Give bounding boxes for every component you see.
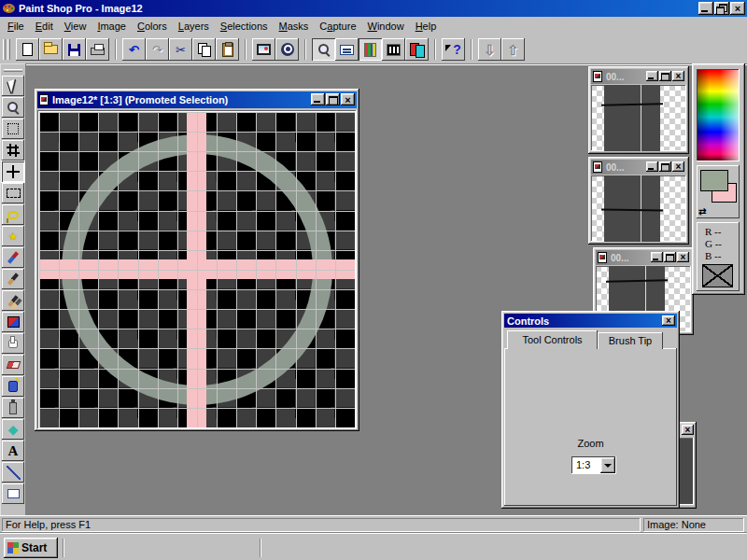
thumbnail-2-canvas[interactable] — [591, 175, 686, 242]
open-button[interactable] — [39, 38, 63, 61]
toolbar-grip[interactable] — [7, 39, 10, 60]
crop-tool[interactable] — [2, 140, 24, 161]
vertical-guide-line — [641, 85, 641, 151]
menu-masks[interactable]: Masks — [274, 19, 315, 34]
flood-fill-tool[interactable]: ◆ — [2, 419, 24, 440]
print-button[interactable] — [86, 38, 109, 61]
controls-close-button[interactable]: × — [662, 315, 675, 326]
foreground-color-swatch[interactable] — [700, 170, 728, 191]
magnifier-icon — [6, 100, 21, 115]
rgb-g-value: G -- — [705, 238, 722, 249]
menu-edit[interactable]: Edit — [30, 19, 59, 34]
thumbnail-1-title: 00... — [606, 72, 624, 82]
color-bars-icon — [364, 43, 376, 57]
thumbnail-3-maximize-button[interactable] — [664, 252, 676, 262]
mover-tool[interactable] — [2, 161, 24, 182]
menu-layers[interactable]: Layers — [173, 19, 215, 34]
thumbnail-3-titlebar[interactable]: 00... × — [596, 250, 691, 265]
zoom-dropdown-button[interactable] — [600, 457, 615, 473]
hidden-window-close-button[interactable]: × — [682, 425, 694, 435]
tool-controls-panel: Zoom 1:3 — [504, 348, 677, 506]
menu-selections[interactable]: Selections — [215, 19, 274, 34]
palette-grip[interactable] — [4, 69, 22, 72]
app-restore-button[interactable] — [714, 2, 729, 15]
thumbnail-2-minimize-button[interactable] — [646, 161, 658, 172]
image-maximize-button[interactable] — [326, 93, 340, 105]
paste-button[interactable] — [216, 38, 239, 61]
toolbar-toggle-button[interactable] — [359, 38, 382, 61]
image-canvas[interactable] — [39, 112, 355, 427]
context-help-button[interactable]: ? — [442, 38, 465, 61]
zoom-combobox[interactable]: 1:3 — [571, 456, 616, 474]
image-window-titlebar[interactable]: Image12* [1:3] (Promoted Selection) × — [37, 91, 357, 108]
menu-window[interactable]: Window — [362, 19, 410, 34]
shape-tool[interactable] — [2, 483, 24, 504]
picture-tube-tool[interactable] — [2, 376, 24, 397]
arrow-up-button[interactable]: ⇧ — [501, 38, 525, 61]
app-close-button[interactable]: × — [730, 2, 745, 15]
magic-wand-icon: ★ — [8, 231, 18, 242]
app-minimize-button[interactable] — [698, 2, 713, 15]
menu-view[interactable]: View — [59, 19, 92, 34]
color-spectrum[interactable] — [697, 69, 740, 161]
thumbnail-1-minimize-button[interactable] — [646, 71, 658, 81]
color-replacer-tool[interactable] — [2, 312, 24, 332]
copy-button[interactable] — [192, 38, 216, 61]
zoom-button[interactable] — [312, 38, 335, 61]
dropper-tool[interactable] — [2, 247, 24, 268]
cut-button[interactable]: ✂ — [169, 38, 192, 61]
selection-tool[interactable] — [2, 183, 24, 203]
rgb-b-value: B -- — [705, 250, 721, 261]
thumbnail-1-canvas[interactable] — [591, 85, 686, 151]
menu-image[interactable]: Image — [92, 19, 132, 34]
menu-capture[interactable]: Capture — [314, 19, 361, 34]
deformation-tool[interactable] — [2, 119, 24, 139]
image-minimize-button[interactable] — [311, 93, 325, 105]
swap-colors-icon[interactable]: ⇄ — [698, 206, 706, 217]
menu-help[interactable]: Help — [410, 19, 443, 34]
start-button[interactable]: Start — [4, 538, 58, 558]
redo-button[interactable]: ↷ — [146, 38, 169, 61]
thumbnail-2-titlebar[interactable]: 00... × — [591, 160, 686, 175]
thumbnail-3-minimize-button[interactable] — [651, 252, 663, 262]
thumbnail-window-2: 00... × — [588, 157, 689, 245]
undo-button[interactable]: ↶ — [122, 38, 146, 61]
toolbar-separator — [434, 39, 436, 60]
fullscreen-preview-button[interactable] — [252, 38, 275, 61]
toolbar-grip[interactable] — [3, 39, 6, 60]
normal-viewing-button[interactable] — [335, 38, 359, 61]
histogram-button[interactable] — [382, 38, 405, 61]
thumbnail-2-maximize-button[interactable] — [659, 161, 671, 172]
color-dialog-button[interactable] — [405, 38, 429, 61]
paintbrush-tool[interactable] — [2, 269, 24, 289]
thumbnail-3-close-button[interactable]: × — [677, 252, 689, 262]
clone-brush-tool[interactable] — [2, 290, 24, 311]
text-tool[interactable]: A — [2, 441, 24, 461]
zoom-tool[interactable] — [2, 97, 24, 118]
thumbnail-1-maximize-button[interactable] — [659, 71, 671, 81]
gray-circle-ring — [62, 134, 332, 405]
browse-button[interactable] — [275, 38, 299, 61]
app-titlebar: Paint Shop Pro - Image12 × — [0, 0, 747, 17]
menu-colors[interactable]: Colors — [132, 19, 173, 34]
retouch-tool[interactable] — [2, 333, 24, 354]
thumbnail-1-titlebar[interactable]: 00... × — [591, 69, 686, 84]
airbrush-tool[interactable] — [2, 398, 24, 418]
magic-wand-tool[interactable]: ★ — [2, 226, 24, 246]
eraser-tool[interactable] — [2, 355, 24, 375]
canvas-frame — [37, 110, 357, 429]
image-close-button[interactable]: × — [341, 93, 355, 105]
new-button[interactable] — [16, 38, 39, 61]
menu-file[interactable]: File — [2, 19, 30, 34]
line-tool[interactable] — [2, 462, 24, 483]
arrow-tool[interactable] — [2, 76, 24, 96]
controls-titlebar[interactable]: Controls × — [504, 314, 677, 328]
save-button[interactable] — [63, 38, 86, 61]
thumbnail-1-close-button[interactable]: × — [672, 71, 684, 81]
tab-tool-controls[interactable]: Tool Controls — [507, 330, 598, 349]
tab-brush-tip[interactable]: Brush Tip — [598, 332, 663, 349]
freehand-tool[interactable] — [2, 204, 24, 225]
fill-diamond-icon: ◆ — [8, 423, 19, 436]
thumbnail-2-close-button[interactable]: × — [672, 161, 684, 172]
arrow-down-button[interactable]: ⇩ — [478, 38, 501, 61]
